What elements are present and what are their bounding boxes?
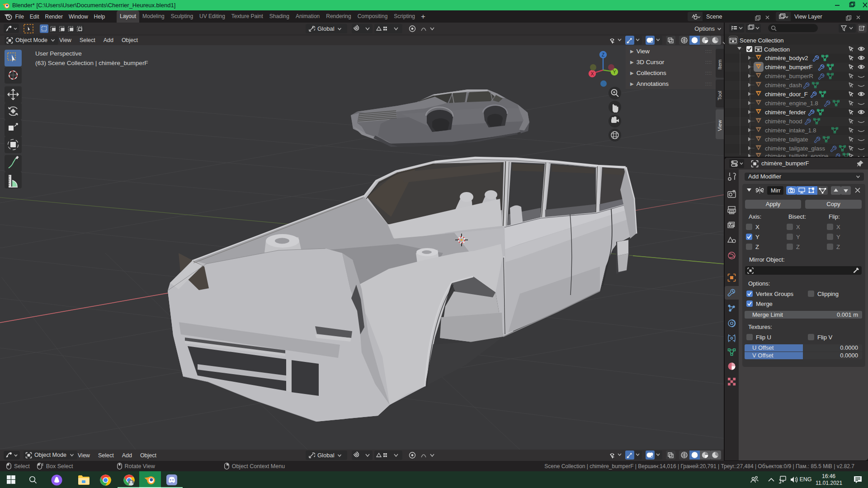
svg-text:chimère_tailgate_glass: chimère_tailgate_glass — [765, 145, 825, 152]
svg-text:X: X — [591, 71, 594, 76]
svg-text:chimère_bumperF: chimère_bumperF — [765, 64, 813, 70]
svg-text:chimère_intake_1.8: chimère_intake_1.8 — [765, 127, 816, 134]
svg-text:chimère_hood: chimère_hood — [765, 118, 802, 125]
svg-text:Scene Collection: Scene Collection — [740, 37, 784, 44]
svg-text:chimère_dash: chimère_dash — [765, 82, 802, 89]
svg-text:chimère_door_F: chimère_door_F — [765, 91, 808, 98]
svg-text:chimère_tailgate: chimère_tailgate — [765, 136, 808, 143]
svg-text:chimère_fender: chimère_fender — [765, 109, 806, 116]
svg-text:Collection: Collection — [764, 46, 790, 53]
svg-text:chimère_bumperR: chimère_bumperR — [765, 73, 813, 80]
svg-text:chimère_taillight_engine: chimère_taillight_engine — [765, 153, 828, 157]
svg-text:chimère_engine_1.8: chimère_engine_1.8 — [765, 100, 818, 107]
svg-text:Y: Y — [613, 70, 616, 75]
svg-text:Z: Z — [602, 52, 604, 57]
svg-text:chimère_bodyv2: chimère_bodyv2 — [765, 55, 808, 61]
svg-text:Mirr: Mirr — [771, 188, 781, 194]
